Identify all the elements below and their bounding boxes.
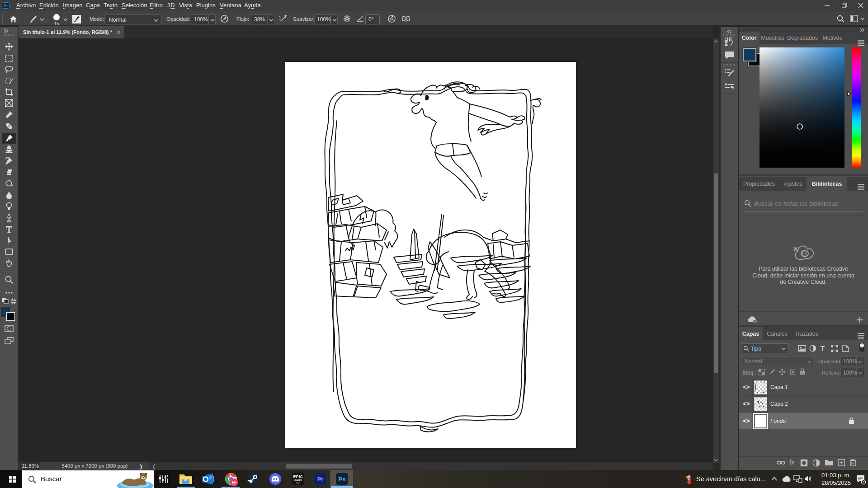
svg-text:Ps: Ps [4, 4, 9, 8]
svg-text:Pr: Pr [317, 476, 324, 483]
svg-text:GAMES: GAMES [294, 479, 302, 482]
svg-text:Ps: Ps [339, 476, 346, 483]
svg-text:EPIC: EPIC [293, 474, 303, 479]
svg-text:H: H [232, 480, 236, 485]
svg-text:6: 6 [863, 480, 864, 484]
